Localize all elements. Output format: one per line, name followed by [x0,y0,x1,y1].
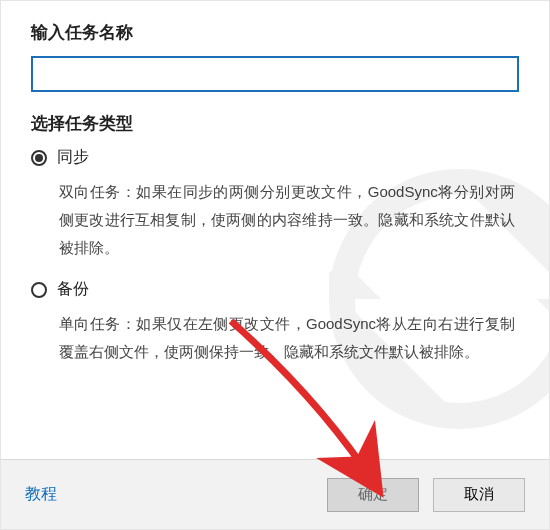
radio-icon [31,150,47,166]
dialog-content: 输入任务名称 选择任务类型 同步 双向任务：如果在同步的两侧分别更改文件，Goo… [1,1,549,459]
dialog-footer: 教程 确定 取消 [1,459,549,529]
radio-sync[interactable]: 同步 [31,147,519,168]
cancel-button[interactable]: 取消 [433,478,525,512]
tutorial-link[interactable]: 教程 [25,484,57,505]
spacer [31,92,519,112]
radio-sync-label: 同步 [57,147,89,168]
ok-button[interactable]: 确定 [327,478,419,512]
input-section-title: 输入任务名称 [31,21,519,44]
task-name-input[interactable] [31,56,519,92]
sync-description: 双向任务：如果在同步的两侧分别更改文件，GoodSync将分别对两侧更改进行互相… [59,178,515,261]
radio-backup-label: 备份 [57,279,89,300]
type-section-title: 选择任务类型 [31,112,519,135]
dialog-frame: 输入任务名称 选择任务类型 同步 双向任务：如果在同步的两侧分别更改文件，Goo… [0,0,550,530]
backup-description: 单向任务：如果仅在左侧更改文件，GoodSync将从左向右进行复制覆盖右侧文件，… [59,310,515,366]
radio-backup[interactable]: 备份 [31,279,519,300]
radio-icon [31,282,47,298]
radio-dot-icon [35,154,43,162]
